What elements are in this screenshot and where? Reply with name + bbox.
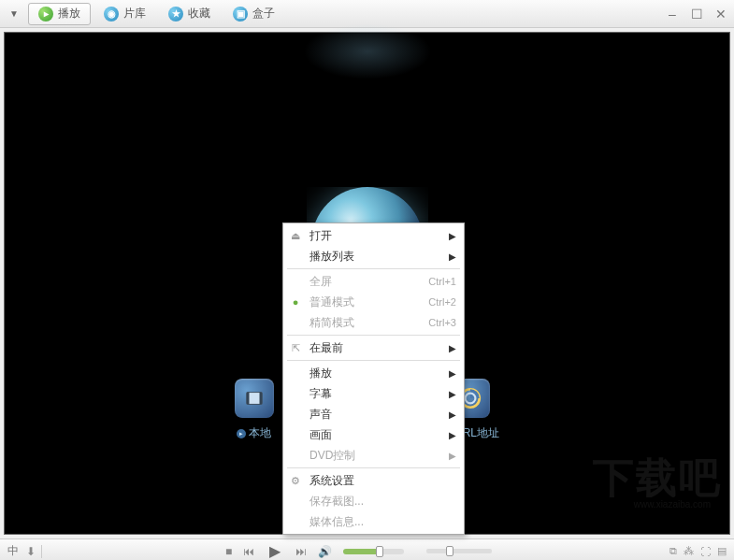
menu-item-精简模式: 精简模式Ctrl+3	[283, 312, 464, 333]
volume-thumb[interactable]	[376, 546, 383, 557]
play-button[interactable]: ▶	[266, 542, 284, 561]
menu-item-label: 画面	[309, 427, 332, 443]
menu-item-保存截图...: 保存截图...	[283, 491, 464, 511]
menu-item-播放列表[interactable]: 播放列表▶	[283, 246, 464, 266]
submenu-arrow-icon: ▶	[449, 368, 456, 379]
fullscreen-icon[interactable]: ⛶	[700, 546, 711, 557]
menu-item-label: 系统设置	[309, 473, 354, 489]
menu-separator	[287, 268, 460, 269]
menu-shortcut: Ctrl+3	[428, 317, 456, 328]
playlist-icon[interactable]: ▤	[717, 545, 727, 557]
menu-shortcut: Ctrl+2	[428, 296, 456, 308]
menu-item-在最前[interactable]: ⇱在最前▶	[283, 337, 464, 358]
video-area[interactable]: ▸本地 ▸URL地址 下载吧 www.xiazaiba.com ⏏打开▶播放列表…	[4, 32, 730, 535]
film-icon	[235, 379, 274, 418]
menu-item-DVD控制: DVD控制▶	[283, 445, 464, 466]
minimize-button[interactable]: –	[665, 7, 680, 22]
close-button[interactable]: ✕	[713, 7, 728, 22]
menu-item-label: 媒体信息...	[309, 514, 364, 530]
menu-item-label: 普通模式	[309, 294, 354, 310]
tab-label: 收藏	[188, 6, 210, 22]
next-button[interactable]: ⏭	[295, 545, 307, 558]
submenu-arrow-icon: ▶	[449, 231, 456, 241]
menu-item-label: 打开	[309, 228, 332, 244]
pin-icon: ⇱	[289, 341, 302, 354]
gear-icon: ⚙	[289, 474, 302, 487]
eject-icon: ⏏	[289, 229, 302, 242]
volume-slider[interactable]	[343, 549, 404, 554]
submenu-arrow-icon: ▶	[449, 251, 456, 262]
separator	[41, 545, 42, 558]
tab-label: 片库	[123, 6, 146, 22]
open-file-icon[interactable]: ⧉	[669, 545, 677, 557]
menu-item-label: 字幕	[309, 386, 332, 402]
bottom-left: 中 ⬇	[7, 543, 36, 559]
menu-item-label: 全屏	[309, 274, 332, 290]
menu-item-label: 精简模式	[309, 315, 354, 331]
play-dot-icon: ▸	[237, 429, 246, 438]
menu-item-label: 在最前	[309, 340, 343, 356]
submenu-arrow-icon: ▶	[449, 389, 456, 399]
watermark-url: www.xiazaiba.com	[634, 499, 711, 510]
tab-favorites[interactable]: ★ 收藏	[159, 3, 220, 25]
box-icon: ▣	[233, 7, 248, 22]
menu-separator	[287, 360, 460, 361]
menu-item-label: DVD控制	[309, 448, 355, 464]
maximize-button[interactable]: ☐	[689, 7, 704, 22]
quicklink-local[interactable]: ▸本地	[235, 379, 274, 441]
library-icon: ◉	[104, 7, 119, 22]
menu-item-打开[interactable]: ⏏打开▶	[283, 225, 464, 246]
app-menu-dropdown[interactable]: ▼	[6, 6, 22, 22]
language-indicator[interactable]: 中	[7, 543, 19, 559]
window-controls: – ☐ ✕	[665, 7, 728, 22]
svg-rect-2	[259, 393, 262, 405]
svg-rect-1	[247, 393, 250, 405]
menu-item-声音[interactable]: 声音▶	[283, 404, 464, 424]
menu-item-画面[interactable]: 画面▶	[283, 424, 464, 445]
download-indicator[interactable]: ⬇	[26, 545, 36, 558]
play-icon: ▸	[38, 7, 53, 22]
tab-library[interactable]: ◉ 片库	[94, 3, 155, 25]
bottom-right: ⧉ ⁂ ⛶ ▤	[669, 545, 727, 557]
quicklink-label: 本地	[249, 425, 271, 441]
submenu-arrow-icon: ▶	[449, 430, 456, 440]
tab-label: 盒子	[252, 6, 275, 22]
stop-button[interactable]: ■	[225, 545, 232, 558]
menu-item-播放[interactable]: 播放▶	[283, 363, 464, 383]
effects-icon[interactable]: ⁂	[684, 545, 694, 557]
menu-separator	[287, 467, 460, 468]
tab-label: 播放	[58, 6, 80, 22]
tab-box[interactable]: ▣ 盒子	[223, 3, 284, 25]
menu-item-普通模式: ●普通模式Ctrl+2	[283, 292, 464, 312]
volume-icon[interactable]: 🔊	[318, 545, 332, 558]
menu-item-媒体信息...: 媒体信息...	[283, 511, 464, 532]
context-menu: ⏏打开▶播放列表▶全屏Ctrl+1●普通模式Ctrl+2精简模式Ctrl+3⇱在…	[282, 223, 465, 535]
dot-green-icon: ●	[289, 295, 302, 309]
playback-controls: ■ ⏮ ▶ ⏭ 🔊	[225, 542, 492, 561]
menu-item-label: 保存截图...	[309, 494, 364, 510]
earth-glow	[293, 19, 442, 84]
menu-separator	[287, 335, 460, 336]
menu-item-label: 播放	[309, 366, 332, 381]
submenu-arrow-icon: ▶	[449, 451, 456, 461]
prev-button[interactable]: ⏮	[243, 545, 254, 558]
progress-slider[interactable]	[426, 549, 492, 553]
tab-play[interactable]: ▸ 播放	[28, 3, 91, 25]
submenu-arrow-icon: ▶	[449, 343, 456, 353]
star-icon: ★	[168, 7, 183, 22]
progress-thumb[interactable]	[446, 546, 453, 556]
menu-item-字幕[interactable]: 字幕▶	[283, 383, 464, 404]
menu-item-label: 播放列表	[309, 249, 354, 265]
menu-item-label: 声音	[309, 407, 332, 423]
menu-item-全屏: 全屏Ctrl+1	[283, 271, 464, 292]
menu-item-系统设置[interactable]: ⚙系统设置	[283, 470, 464, 491]
submenu-arrow-icon: ▶	[449, 409, 456, 420]
menu-shortcut: Ctrl+1	[428, 276, 456, 287]
bottom-bar: 中 ⬇ ■ ⏮ ▶ ⏭ 🔊 ⧉ ⁂ ⛶ ▤	[0, 538, 734, 560]
watermark-text: 下载吧	[593, 451, 722, 506]
earth-logo	[307, 187, 428, 224]
